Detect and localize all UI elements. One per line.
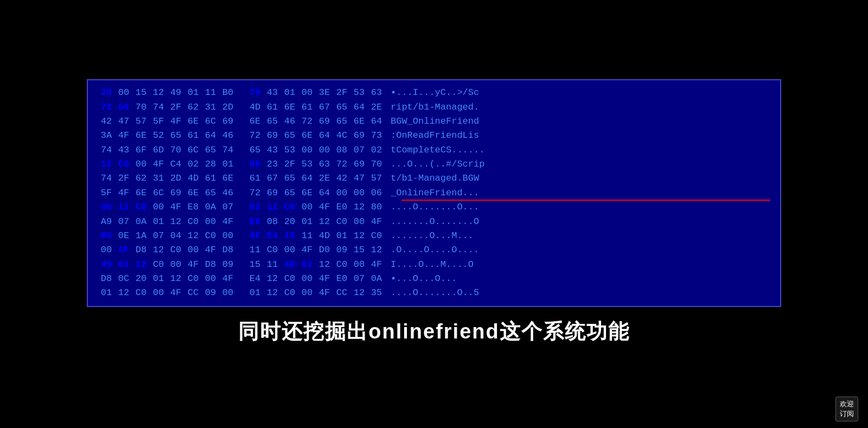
hex-cell: 6E [298, 186, 316, 200]
hex-cell: 06 [368, 186, 385, 200]
hex-cell: 4C [333, 129, 350, 143]
ascii-text: _OnlineFriend... [391, 186, 479, 200]
hex-cell: 0A [368, 272, 385, 286]
hex-row: D80C200112C0004FE412C0004FE0070A▪...O...… [98, 272, 770, 286]
hex-cell: 12 [98, 157, 115, 171]
hex-cell: C0 [150, 258, 167, 272]
hex-cell: 00 [150, 200, 167, 214]
hex-row: 004FD812C0004FD811C0004FD0091512.O....O.… [98, 243, 770, 257]
hex-cell: 01 [246, 286, 264, 300]
hex-cell: 15 [246, 258, 264, 272]
hex-cell: 00 [115, 86, 132, 100]
hex-cell: 6E [350, 114, 368, 129]
hex-cell: 00 [167, 258, 184, 272]
hex-cell: 20 [132, 272, 150, 286]
hex-cell: 00 [219, 229, 237, 243]
hex-cell: 2E [316, 171, 333, 186]
ascii-text: .......O.......O [391, 215, 479, 229]
hex-cell: 01 [298, 258, 316, 272]
hex-cell: 08 [333, 143, 350, 157]
hex-cell: E0 [333, 272, 350, 286]
hex-cell: 6E [298, 129, 316, 143]
watermark-line1: 欢迎 [840, 400, 854, 408]
hex-cell: 5F [98, 186, 115, 200]
hex-cell: 65 [202, 186, 219, 200]
hex-cell: 53 [281, 143, 298, 157]
hex-cell: 47 [115, 114, 132, 129]
hex-cell: 2F [333, 86, 350, 100]
ascii-text: ▪...I...yC..>/Sc [391, 86, 479, 100]
ascii-text: I....O...M....O [391, 258, 474, 272]
hex-cell: 4F [298, 243, 316, 257]
hex-cell: 65 [333, 100, 350, 114]
hex-cell: 11 [264, 258, 281, 272]
hex-cell: C0 [281, 286, 298, 300]
hex-cell: C0 [333, 215, 350, 229]
hex-cell: 6C [150, 186, 167, 200]
hex-cell: 72 [246, 129, 264, 143]
hex-cell: A9 [98, 215, 115, 229]
hex-cell: 20 [281, 215, 298, 229]
hex-row: 4247575F4F6E6C696E65467269656E64BGW_Onli… [98, 114, 770, 129]
hex-cell: 01 [298, 215, 316, 229]
hex-cell: E0 [246, 215, 264, 229]
hex-cell: 4F [219, 272, 237, 286]
hex-cell: 69 [350, 157, 368, 171]
hex-cell: 3A [98, 129, 115, 143]
hex-cell: CC [333, 286, 350, 300]
hex-cell: 0C [115, 272, 132, 286]
hex-cell: 2D [167, 171, 184, 186]
hex-cell: 12 [264, 200, 281, 214]
hex-cell: 12 [316, 258, 333, 272]
hex-row: 74436F6D706C65746543530000080702tComplet… [98, 143, 770, 157]
hex-cell: CC [184, 286, 202, 300]
hex-cell: 64 [298, 171, 316, 186]
hex-cell: 0A [132, 215, 150, 229]
hex-cell: 61 [264, 100, 281, 114]
hex-cell: 1A [132, 229, 150, 243]
hex-cell: 80 [368, 200, 385, 214]
hex-cell: 65 [333, 114, 350, 129]
hex-cell: 69 [264, 129, 281, 143]
hex-cell: 00 [298, 143, 316, 157]
hex-cell: 07 [115, 215, 132, 229]
hex-cell: D8 [98, 272, 115, 286]
hex-cell: 67 [316, 100, 333, 114]
hex-cell: E0 [98, 229, 115, 243]
hex-cell: C0 [132, 286, 150, 300]
hex-cell: 15 [132, 86, 150, 100]
hex-cell: 00 [298, 272, 316, 286]
hex-cell: 09 [202, 286, 219, 300]
ascii-text: t/b1-Managed.BGW [391, 171, 479, 186]
hex-cell: 65 [202, 143, 219, 157]
hex-cell: 2F [115, 171, 132, 186]
hex-cell: 61 [202, 171, 219, 186]
hex-cell: C0 [202, 229, 219, 243]
hex-cell: 72 [246, 186, 264, 200]
hex-cell: 4F [115, 243, 132, 257]
hex-cell: 4F [115, 186, 132, 200]
hex-cell: 74 [219, 143, 237, 157]
hex-cell: B0 [219, 86, 237, 100]
hex-cell: 46 [219, 129, 237, 143]
hex-cell: 46 [219, 186, 237, 200]
hex-cell: 00 [246, 157, 264, 171]
hex-cell: 00 [333, 186, 350, 200]
hex-cell: C0 [281, 272, 298, 286]
hex-cell: 2E [368, 100, 385, 114]
hex-cell: 00 [350, 215, 368, 229]
hex-cell: 79 [246, 86, 264, 100]
hex-cell: 4F [167, 200, 184, 214]
hex-row: A9070A0112C0004FE008200112C0004F.......O… [98, 215, 770, 229]
hex-cell: C0 [333, 258, 350, 272]
hex-cell: E4 [264, 229, 281, 243]
hex-cell: 4F [246, 229, 264, 243]
hex-cell: 46 [281, 114, 298, 129]
hex-cell: 4D [316, 229, 333, 243]
hex-cell: 35 [368, 286, 385, 300]
hex-cell: 07 [219, 200, 237, 214]
ascii-text: :OnReadFriendLis [391, 129, 479, 143]
hex-cell: C0 [167, 243, 184, 257]
hex-cell: 00 [202, 215, 219, 229]
hex-cell: 00 [350, 258, 368, 272]
